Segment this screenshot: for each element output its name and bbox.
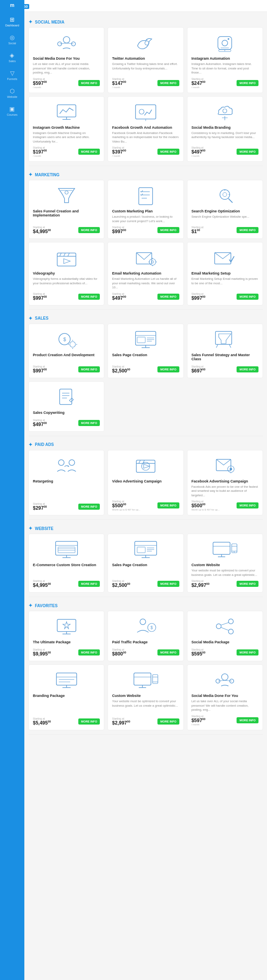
price-label: Starting at [33, 502, 47, 505]
svg-line-118 [221, 627, 228, 630]
more-info-button[interactable]: MORE INFO [157, 649, 179, 655]
more-info-button[interactable]: MORE INFO [157, 227, 179, 233]
section-website: ✦ WEBSITE E-Commerce Custom Store Creati… [28, 522, 263, 593]
card-desc: Your website must be optimized to conver… [112, 699, 179, 715]
more-info-button[interactable]: MORE INFO [237, 649, 258, 655]
price-block: Starting at $49700 / month [192, 146, 206, 157]
section-marketing: ✦ MARKETING Sales Funnel Creation and Im… [28, 169, 263, 305]
card: Twitter Automation Growing a Twitter fol… [108, 27, 183, 93]
price-period: / month [112, 86, 126, 89]
sidebar-item-social[interactable]: ◎ Social [8, 34, 16, 45]
price-block: Starting at $9,99500 [33, 648, 51, 657]
more-info-button[interactable]: MORE INFO [157, 718, 179, 725]
price-value: $2,99700 [112, 720, 130, 726]
more-info-button[interactable]: MORE INFO [78, 294, 100, 300]
price-value: $29700 [33, 505, 47, 511]
card: Sales Funnel Creation and Implementation… [28, 180, 104, 239]
sidebar: m ⊞ Dashboard ◎ Social ◈ Sales ▽ Funnels… [0, 0, 24, 741]
more-info-button[interactable]: MORE INFO [78, 149, 100, 155]
more-info-button[interactable]: MORE INFO [237, 502, 258, 508]
price-value: $2,99700 [192, 582, 210, 588]
more-info-button[interactable]: MORE INFO [78, 581, 100, 587]
card-icon [33, 184, 100, 207]
more-info-button[interactable]: MORE INFO [157, 366, 179, 372]
more-info-button[interactable]: MORE INFO [78, 80, 100, 86]
more-info-button[interactable]: MORE INFO [237, 581, 258, 587]
more-info-button[interactable]: MORE INFO [78, 420, 100, 426]
card: Facebook Advertising Campaign Facebook A… [187, 450, 263, 516]
svg-rect-23 [139, 188, 153, 205]
more-info-button[interactable]: MORE INFO [237, 717, 258, 723]
svg-rect-103 [232, 544, 237, 553]
svg-line-117 [221, 623, 228, 625]
price-value: $69700 [192, 368, 206, 374]
section-icon: ✦ [28, 603, 32, 608]
more-info-button[interactable]: MORE INFO [78, 504, 100, 510]
sidebar-item-dashboard[interactable]: ⊞ Dashboard [5, 16, 19, 27]
card-title: Facebook Advertising Campaign [192, 479, 248, 483]
card-footer: Starting at $59700 / month MORE INFO [33, 78, 100, 89]
more-info-button[interactable]: MORE INFO [157, 80, 179, 86]
svg-line-35 [64, 253, 65, 256]
more-info-button[interactable]: MORE INFO [78, 366, 100, 372]
sidebar-item-courses[interactable]: ▣ Courses [7, 106, 17, 116]
sidebar-item-website[interactable]: ⬡ Website [7, 88, 17, 98]
price-value: $5,49500 [33, 720, 51, 726]
more-info-button[interactable]: MORE INFO [237, 80, 258, 86]
more-info-button[interactable]: MORE INFO [157, 581, 179, 587]
svg-point-115 [216, 624, 221, 629]
more-info-button[interactable]: MORE INFO [157, 294, 179, 300]
price-block: Starting at $50000 Worth up to $ 497 for… [112, 500, 140, 511]
sidebar-item-sales[interactable]: ◈ Sales [9, 52, 16, 63]
more-info-button[interactable]: MORE INFO [157, 149, 179, 155]
card-icon [192, 669, 258, 691]
more-info-button[interactable]: MORE INFO [78, 649, 100, 655]
card-title: Twitter Automation [112, 56, 145, 61]
card-footer: Starting at $99700 MORE INFO [112, 226, 179, 234]
card-title: Product Creation And Development [33, 353, 95, 357]
card-footer: Starting at $59700 / month MORE INFO [192, 715, 258, 726]
funnels-icon: ▽ [10, 70, 15, 76]
more-info-button[interactable]: MORE INFO [78, 718, 100, 725]
price-block: Starting at $4,99500 [33, 580, 51, 588]
price-block: Starting at $69700 [192, 365, 206, 374]
card-title: Instagram Growth Machine [33, 125, 80, 130]
section-title: SALES [35, 316, 48, 320]
card-title: Social Media Package [192, 640, 230, 644]
card-icon [192, 101, 258, 123]
svg-line-63 [229, 344, 231, 348]
card-title: Social Media Done For You [192, 694, 238, 698]
svg-line-135 [218, 680, 225, 681]
price-value: $4,99500 [33, 582, 51, 588]
price-label: Starting at [192, 226, 204, 229]
price-period: Worth up to $ 497 for up... [192, 508, 220, 511]
svg-point-8 [222, 40, 228, 46]
more-info-button[interactable]: MORE INFO [157, 502, 179, 508]
social-icon: ◎ [10, 34, 15, 41]
sidebar-item-label: Social [8, 42, 16, 45]
sidebar-item-label: Funnels [7, 78, 17, 80]
price-label: Starting at [112, 78, 126, 80]
sidebar-item-label: Dashboard [5, 24, 19, 27]
more-info-button[interactable]: MORE INFO [237, 366, 258, 372]
price-label: Starting at [112, 292, 126, 295]
sidebar-item-funnels[interactable]: ▽ Funnels [7, 70, 17, 80]
card-icon [33, 538, 100, 560]
price-value: $49700 [112, 295, 126, 301]
svg-point-17 [139, 109, 144, 114]
card-icon [192, 328, 258, 350]
price-block: Starting at $99700 [33, 365, 47, 374]
more-info-button[interactable]: MORE INFO [78, 227, 100, 233]
svg-rect-91 [135, 541, 157, 555]
svg-rect-65 [60, 389, 72, 405]
section-divider [28, 436, 263, 436]
card-desc: Email Marketing Automation Let us handle… [112, 277, 179, 290]
more-info-button[interactable]: MORE INFO [237, 294, 258, 300]
more-info-button[interactable]: MORE INFO [237, 227, 258, 233]
card: Sales Copywriting Starting at $49700 MOR… [28, 381, 104, 432]
card-icon [192, 538, 258, 560]
svg-point-9 [228, 38, 229, 40]
price-label: Starting at [33, 419, 47, 422]
section-social-media: ✦ SOCIAL MEDIA Social Media Done For You… [28, 16, 263, 162]
more-info-button[interactable]: MORE INFO [237, 149, 258, 155]
